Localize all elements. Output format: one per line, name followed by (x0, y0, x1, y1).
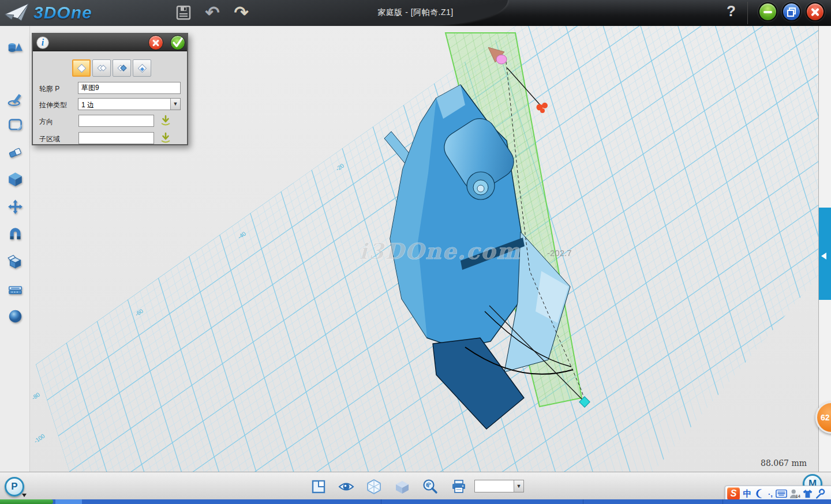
minimize-button[interactable] (758, 2, 777, 21)
start-button-edge[interactable] (0, 499, 53, 504)
print-button[interactable] (451, 479, 467, 495)
extrude-mode-options (72, 59, 151, 77)
view-preset-combo[interactable]: ▼ (474, 480, 524, 492)
subregion-label: 子区域 (39, 134, 60, 144)
turret-top (477, 185, 484, 192)
diamond-icon (77, 63, 86, 73)
special-shape-icon[interactable] (8, 254, 23, 270)
dropdown-arrow-icon[interactable]: ▼ (170, 99, 180, 110)
expand-left-arrow-icon (821, 253, 826, 259)
mode-one-side-button[interactable] (72, 59, 91, 77)
svg-text:-80: -80 (31, 391, 42, 401)
profile-caret-icon[interactable] (22, 494, 27, 497)
view-toolbar (0, 472, 831, 499)
mode-two-side-button[interactable] (92, 59, 111, 77)
render-sphere-icon[interactable] (8, 309, 23, 324)
restore-icon (787, 7, 797, 17)
sketch-icon[interactable] (8, 91, 23, 107)
mode-total-button[interactable] (133, 59, 151, 77)
direction-label: 方向 (39, 117, 53, 127)
checkmark-icon (171, 36, 185, 50)
subregion-input[interactable] (78, 132, 154, 144)
wrench-settings-icon[interactable] (815, 488, 825, 499)
moon-icon[interactable] (755, 488, 765, 499)
watermark: i3DOne.com (359, 238, 521, 264)
diamond-dot-icon (137, 63, 147, 73)
mode-symmetric-button[interactable] (113, 59, 131, 77)
special-function-icon[interactable] (8, 145, 23, 160)
dialog-header[interactable]: i (33, 34, 187, 51)
edit-sketch-icon[interactable] (8, 117, 23, 133)
os-taskbar[interactable] (0, 499, 831, 504)
svg-text:-60: -60 (134, 307, 145, 318)
sogou-logo-icon[interactable]: S (727, 487, 740, 500)
zoom-button[interactable] (422, 479, 438, 495)
info-icon[interactable]: i (36, 36, 49, 49)
measurement-readout: 88.067 mm (761, 458, 807, 468)
panel-expand-tab[interactable] (819, 208, 831, 300)
taskbar-separator (583, 499, 583, 504)
title-bar: 3DOne ↶ ↷ 家庭版 - [阿帕奇.Z1] ? (0, 0, 831, 26)
punctuation-toggle[interactable]: ·, (767, 490, 774, 498)
primitive-solids-icon[interactable] (8, 40, 23, 55)
anchor-point-marker[interactable] (537, 103, 548, 113)
quicklaunch-edge (55, 499, 82, 504)
document-title: 家庭版 - [阿帕奇.Z1] (0, 7, 831, 18)
restore-button[interactable] (782, 2, 801, 21)
close-button[interactable] (806, 2, 825, 21)
dialog-confirm-button[interactable] (170, 35, 185, 50)
extrude-type-label: 拉伸类型 (39, 100, 67, 110)
layout-plane-button[interactable] (310, 479, 327, 495)
minimize-icon (763, 11, 772, 13)
left-toolbar (0, 26, 30, 472)
svg-text:14: 14 (796, 494, 800, 499)
help-button[interactable]: ? (723, 2, 740, 23)
profile-input[interactable] (78, 82, 181, 94)
shaded-view-button[interactable] (394, 479, 410, 495)
profile-label: 轮廓 P (39, 84, 59, 94)
combo-arrow-icon[interactable]: ▼ (514, 480, 523, 492)
wireframe-view-button[interactable] (366, 479, 382, 495)
keyboard-icon[interactable] (776, 489, 787, 498)
direction-input[interactable] (78, 115, 154, 127)
handle-marker[interactable] (496, 55, 507, 64)
dimension-readout: -202.7 (547, 248, 572, 258)
skin-tshirt-icon[interactable] (802, 488, 813, 499)
grid-axis-labels: -20 -40 -60 -80 -100 (31, 162, 346, 445)
extrude-type-select[interactable]: 1 边 ▼ (78, 98, 181, 110)
measure-icon[interactable] (8, 281, 23, 297)
magnet-icon[interactable] (8, 227, 23, 242)
titlebar-separator (747, 2, 748, 24)
svg-text:-40: -40 (237, 230, 248, 240)
extrude-dialog: i 轮廓 P 拉伸类型 1 边 ▼ 方向 子区域 (32, 33, 188, 145)
subregion-picker-icon[interactable] (160, 132, 171, 144)
direction-picker-icon[interactable] (160, 115, 171, 126)
move-icon[interactable] (8, 199, 23, 215)
extrude-type-value: 1 边 (81, 100, 94, 110)
profile-badge[interactable]: P (5, 477, 24, 497)
taskbar-separator (381, 499, 381, 504)
visibility-eye-button[interactable] (338, 479, 354, 495)
user-count-icon[interactable]: 14 (789, 488, 800, 499)
svg-text:-100: -100 (33, 432, 46, 445)
feature-modeling-icon[interactable] (8, 171, 23, 187)
dialog-cancel-button[interactable] (148, 35, 163, 50)
ime-language-toggle[interactable]: 中 (742, 488, 753, 499)
taskbar-separator (723, 499, 723, 504)
svg-text:-20: -20 (335, 162, 346, 172)
